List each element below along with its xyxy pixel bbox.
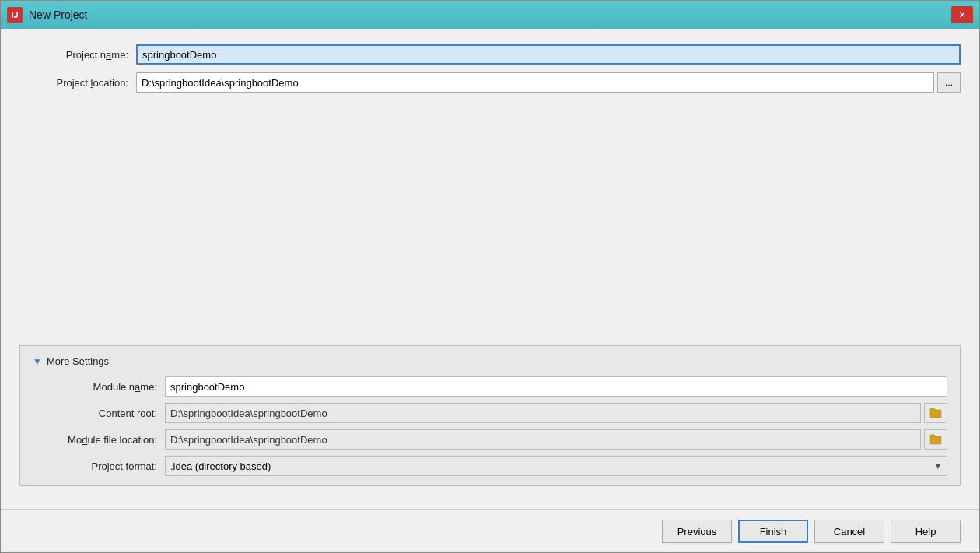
project-location-input-wrap: ... [136,72,961,93]
project-name-input-wrap [136,44,961,65]
spacer [19,100,961,345]
project-name-input[interactable] [136,44,961,65]
button-bar: Previous Finish Cancel Help [1,509,979,552]
title-bar-left: IJ New Project [7,7,87,23]
module-file-location-browse-button[interactable] [924,429,947,450]
content-root-row: Content root: [33,403,947,423]
collapse-arrow-icon[interactable]: ▼ [33,356,42,367]
project-name-label: Project name: [19,49,136,61]
cancel-button[interactable]: Cancel [814,520,884,543]
content-root-input-wrap [165,403,947,423]
project-format-select-wrap: .idea (directory based) ▼ [165,456,947,476]
module-file-location-input-wrap [165,429,947,450]
previous-button[interactable]: Previous [662,520,732,543]
more-settings-header: ▼ More Settings [33,355,947,367]
module-name-row: Module name: [33,376,947,397]
module-name-input-wrap [165,376,947,397]
more-settings-section: ▼ More Settings Module name: Content r [19,345,961,486]
dialog-title: New Project [29,9,87,21]
module-name-label: Module name: [33,381,165,393]
project-location-input[interactable] [136,72,934,93]
content-root-label: Content root: [33,408,165,419]
more-settings-grid: Module name: Content root: [33,376,947,476]
new-project-dialog: IJ New Project × Project name: Project l… [0,0,980,553]
folder-icon [929,408,942,418]
project-location-label: Project location: [19,77,136,89]
more-settings-label: More Settings [47,355,109,367]
app-icon: IJ [7,7,23,23]
module-file-location-input[interactable] [165,429,921,450]
help-button[interactable]: Help [891,520,961,543]
content-root-input[interactable] [165,403,921,423]
project-name-row: Project name: [19,44,961,65]
title-bar: IJ New Project × [1,1,979,29]
project-location-row: Project location: ... [19,72,961,93]
folder-icon-2 [929,434,942,445]
finish-button[interactable]: Finish [738,520,808,543]
project-format-select[interactable]: .idea (directory based) [165,456,947,476]
close-button[interactable]: × [951,6,973,23]
project-format-select-container: .idea (directory based) ▼ [165,456,947,476]
project-format-label: Project format: [33,460,165,472]
content-root-browse-button[interactable] [924,403,947,423]
module-file-location-row: Module file location: [33,429,947,450]
module-name-input[interactable] [165,376,947,397]
dialog-content: Project name: Project location: ... ▼ Mo… [1,29,979,509]
project-format-row: Project format: .idea (directory based) … [33,456,947,476]
project-location-browse-button[interactable]: ... [937,72,961,93]
module-file-location-label: Module file location: [33,434,165,446]
